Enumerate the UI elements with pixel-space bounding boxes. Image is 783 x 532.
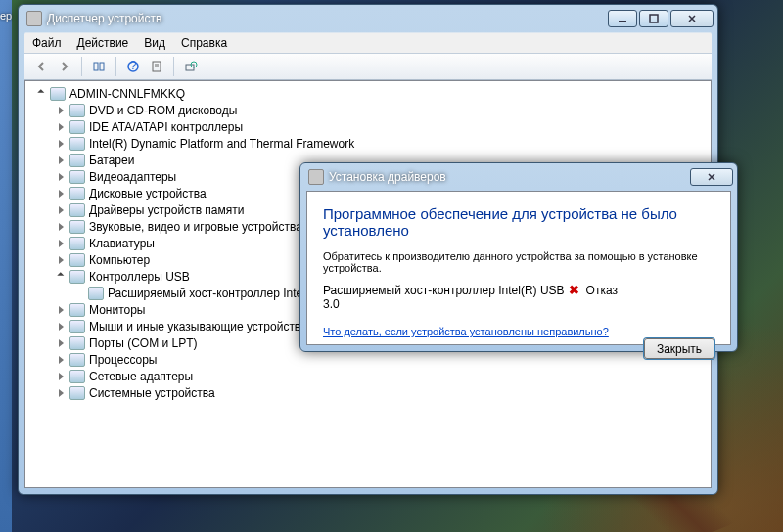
monitor-icon xyxy=(69,303,85,317)
usb-icon xyxy=(69,270,85,284)
tree-label: Контроллеры USB xyxy=(89,270,190,284)
processor-icon xyxy=(69,353,85,367)
memory-driver-icon xyxy=(69,203,85,217)
close-button[interactable]: Закрыть xyxy=(644,338,714,359)
tree-root-label: ADMIN-CNNLFMKKQ xyxy=(69,87,185,101)
system-device-icon xyxy=(69,386,85,400)
tree-root[interactable]: ADMIN-CNNLFMKKQ xyxy=(27,85,709,102)
menu-action[interactable]: Действие xyxy=(69,33,137,53)
taskbar-fragment: ер xyxy=(0,0,12,532)
app-icon xyxy=(26,11,42,26)
tree-label: Intel(R) Dynamic Platform and Thermal Fr… xyxy=(89,137,354,151)
troubleshoot-link[interactable]: Что делать, если устройства установлены … xyxy=(323,326,609,337)
tree-item[interactable]: Intel(R) Dynamic Platform and Thermal Fr… xyxy=(27,135,709,152)
tree-label: Порты (COM и LPT) xyxy=(89,336,198,350)
expander-icon[interactable] xyxy=(55,387,67,399)
maximize-button[interactable] xyxy=(639,10,668,27)
minimize-button[interactable] xyxy=(608,10,637,27)
sound-icon xyxy=(69,220,85,234)
tree-label: Мыши и иные указывающие устройства xyxy=(89,320,307,333)
battery-icon xyxy=(69,154,85,167)
dialog-device-row: Расширяемый хост-контроллер Intel(R) USB… xyxy=(323,284,714,311)
menu-view[interactable]: Вид xyxy=(136,33,173,53)
tree-label: Сетевые адаптеры xyxy=(89,370,193,383)
toolbar: ? xyxy=(24,53,712,80)
tree-item[interactable]: IDE ATA/ATAPI контроллеры xyxy=(27,118,709,135)
computer-icon xyxy=(50,87,66,101)
menubar: Файл Действие Вид Справка xyxy=(24,32,712,53)
dialog-instruction: Обратитесь к производителю данного устро… xyxy=(323,250,714,274)
expander-icon[interactable] xyxy=(55,271,67,283)
expander-icon[interactable] xyxy=(55,371,67,382)
usb-device-icon xyxy=(88,287,104,300)
tree-label: Видеоадаптеры xyxy=(89,170,176,184)
expander-icon[interactable] xyxy=(55,188,67,200)
tree-item[interactable]: Сетевые адаптеры xyxy=(27,368,709,384)
tree-item[interactable]: Системные устройства xyxy=(27,384,709,401)
menu-help[interactable]: Справка xyxy=(173,33,235,53)
ide-icon xyxy=(69,120,85,134)
driver-install-dialog: Установка драйверов Программное обеспече… xyxy=(299,162,738,352)
toolbar-separator xyxy=(115,57,116,76)
tree-label: Системные устройства xyxy=(89,386,215,400)
disk-icon xyxy=(69,187,85,200)
fragment-text: ер xyxy=(0,10,12,22)
expander-icon[interactable] xyxy=(55,304,67,316)
svg-rect-1 xyxy=(650,15,658,22)
device-name-line1: Расширяемый хост-контроллер Intel(R) USB xyxy=(323,284,565,297)
platform-icon xyxy=(69,137,85,151)
forward-button[interactable] xyxy=(54,56,75,77)
expander-icon[interactable] xyxy=(55,121,67,133)
tree-item[interactable]: DVD и CD-ROM дисководы xyxy=(27,102,709,118)
mouse-icon xyxy=(69,320,85,333)
keyboard-icon xyxy=(69,237,85,250)
expander-icon[interactable] xyxy=(55,155,67,166)
svg-rect-0 xyxy=(619,21,626,22)
network-icon xyxy=(69,370,85,383)
expander-icon[interactable] xyxy=(55,321,67,332)
help-button[interactable]: ? xyxy=(122,56,144,77)
device-name-line2: 3.0 xyxy=(323,297,340,311)
titlebar[interactable]: Диспетчер устройств xyxy=(19,5,717,32)
tree-label: Клавиатуры xyxy=(89,237,155,250)
tree-label: Компьютер xyxy=(89,253,150,267)
svg-rect-2 xyxy=(94,63,98,70)
dialog-body: Программное обеспечение для устройства н… xyxy=(306,191,731,345)
show-hide-tree-button[interactable] xyxy=(88,56,110,77)
svg-text:?: ? xyxy=(130,60,137,72)
dialog-title: Установка драйверов xyxy=(329,170,688,184)
expander-icon[interactable] xyxy=(55,138,67,150)
expander-icon[interactable] xyxy=(55,354,67,366)
back-button[interactable] xyxy=(30,56,52,77)
expander-icon[interactable] xyxy=(55,105,67,116)
svg-rect-3 xyxy=(100,63,104,70)
dialog-heading: Программное обеспечение для устройства н… xyxy=(323,205,714,239)
expander-icon[interactable] xyxy=(55,221,67,233)
expander-icon[interactable] xyxy=(35,88,47,100)
properties-button[interactable] xyxy=(146,56,167,77)
dialog-titlebar[interactable]: Установка драйверов xyxy=(300,163,737,191)
expander-icon[interactable] xyxy=(55,254,67,266)
expander-icon[interactable] xyxy=(55,204,67,216)
display-adapter-icon xyxy=(69,170,85,184)
scan-hardware-button[interactable] xyxy=(180,56,202,77)
dialog-close-button[interactable] xyxy=(690,168,733,186)
tree-label: Мониторы xyxy=(89,303,145,317)
toolbar-separator xyxy=(173,57,174,76)
expander-icon[interactable] xyxy=(55,238,67,249)
toolbar-separator xyxy=(81,57,82,76)
close-button[interactable] xyxy=(670,10,714,27)
dvd-icon xyxy=(69,104,85,117)
tree-label: IDE ATA/ATAPI контроллеры xyxy=(89,120,243,134)
expander-icon[interactable] xyxy=(55,337,67,349)
computer-icon xyxy=(69,253,85,267)
port-icon xyxy=(69,336,85,350)
tree-label: DVD и CD-ROM дисководы xyxy=(89,104,237,117)
dialog-icon xyxy=(308,169,324,185)
expander-icon[interactable] xyxy=(55,171,67,183)
tree-label: Дисковые устройства xyxy=(89,187,207,200)
tree-label: Звуковые, видео и игровые устройства xyxy=(89,220,302,234)
menu-file[interactable]: Файл xyxy=(24,33,69,53)
tree-label: Батареи xyxy=(89,154,134,167)
tree-label: Процессоры xyxy=(89,353,158,367)
